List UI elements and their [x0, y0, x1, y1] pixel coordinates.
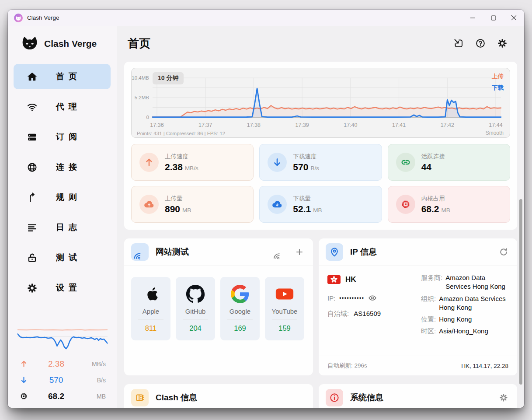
help-icon[interactable] [475, 38, 486, 49]
gear-icon [27, 283, 38, 294]
sidebar-download-value: 570 [28, 375, 84, 385]
minimize-button[interactable] [462, 10, 483, 26]
eye-icon[interactable] [368, 294, 377, 302]
sidebar-upload-value: 2.38 [28, 359, 84, 369]
chart-smooth-label[interactable]: Smooth [486, 130, 504, 136]
logs-icon [27, 222, 38, 233]
sidebar-item-label: 首页 [56, 71, 81, 82]
content-scroll-area[interactable]: 17:3617:3717:3817:3917:4017:4117:4217:44… [117, 61, 524, 408]
home-icon [27, 71, 38, 82]
header-actions [453, 38, 508, 49]
window-controls [462, 10, 524, 26]
ip-field-row: 时区: Asia/Hong_Kong [421, 327, 508, 336]
svg-text:10.4MB: 10.4MB [132, 75, 149, 80]
stat-label: 上传量 [165, 195, 191, 203]
svg-text:5.2MB: 5.2MB [135, 95, 150, 100]
cpu-chip-icon [396, 195, 415, 214]
stat-download-total: 下载量 52.1MB [259, 186, 382, 223]
masked-ip: •••••••••• [339, 295, 364, 301]
arrow-up-icon [139, 153, 159, 172]
refresh-icon[interactable] [499, 247, 508, 257]
close-button[interactable] [504, 10, 524, 26]
stat-label: 下载速度 [293, 153, 319, 161]
stat-value: 44 [421, 162, 445, 172]
sidebar-item-label: 设置 [56, 282, 81, 294]
page-title: 首页 [128, 36, 150, 51]
time-range-chip[interactable]: 10 分钟 [153, 72, 184, 84]
system-info-header: 系统信息 [319, 384, 517, 408]
site-tile-google[interactable]: Google 169 [220, 277, 260, 340]
divider [272, 319, 297, 319]
stat-value: 890MB [165, 204, 191, 214]
website-test-actions [275, 247, 304, 257]
titlebar[interactable]: Clash Verge [8, 10, 524, 26]
field-label: 组织: [421, 294, 436, 312]
settings-gear-icon[interactable] [497, 38, 508, 49]
asn-value: AS16509 [354, 310, 381, 317]
stat-label: 下载量 [293, 195, 322, 203]
unlock-icon [27, 252, 38, 263]
stat-value: 68.2MB [421, 204, 450, 214]
sidebar-item-profiles[interactable]: 订阅 [14, 124, 111, 150]
svg-text:17:39: 17:39 [296, 122, 309, 128]
maximize-button[interactable] [483, 10, 504, 26]
svg-text:0: 0 [146, 115, 149, 120]
speedtest-icon [131, 243, 149, 261]
field-label: 服务商: [421, 273, 442, 291]
stat-upload-total: 上传量 890MB [131, 186, 254, 223]
site-tile-youtube[interactable]: YouTube 159 [265, 277, 304, 340]
arrow-down-icon [268, 153, 287, 172]
titlebar-title: Clash Verge [27, 14, 59, 21]
location-pin-icon [326, 243, 343, 261]
sidebar-memory-value: 68.2 [28, 392, 84, 401]
field-value: Amazon Data Services Hong Kong [445, 273, 508, 291]
field-label: 时区: [421, 327, 436, 336]
site-name: Google [220, 308, 260, 315]
hk-flag-icon [327, 275, 341, 284]
traffic-chart-card[interactable]: 17:3617:3717:3817:3917:4017:4117:4217:44… [131, 68, 510, 138]
legend-upload[interactable]: 上传 [492, 71, 504, 82]
scrollbar-thumb[interactable] [519, 199, 522, 385]
sidebar-item-test[interactable]: 测试 [14, 245, 111, 270]
sidebar-item-proxies[interactable]: 代理 [14, 94, 111, 119]
subscriptions-icon [27, 132, 38, 143]
asn-label: 自治域: [327, 310, 349, 317]
arrow-down-icon [19, 375, 28, 385]
sidebar-item-logs[interactable]: 日志 [14, 215, 111, 240]
site-tile-github[interactable]: GitHub 204 [176, 277, 215, 340]
sidebar-item-connections[interactable]: 连接 [14, 154, 111, 180]
sidebar-download-unit: B/s [84, 377, 106, 384]
stat-label: 上传速度 [165, 153, 198, 161]
add-site-icon[interactable] [295, 247, 304, 257]
site-latency: 204 [176, 324, 215, 332]
ip-field-row: 位置: Hong Kong [421, 315, 508, 324]
stat-core-memory: 内核占用 68.2MB [388, 186, 510, 223]
divider [183, 319, 208, 319]
sidebar-item-label: 订阅 [56, 131, 81, 143]
clash-info-header: Clash 信息 [124, 384, 313, 408]
stat-label: 活跃连接 [421, 153, 445, 161]
scrollbar[interactable] [519, 61, 522, 405]
ip-info-header: IP 信息 [319, 238, 517, 266]
sidebar-nav: 首页 代理 订阅 [8, 64, 117, 301]
svg-text:17:36: 17:36 [150, 122, 163, 128]
traffic-overview-panel: 17:3617:3717:3817:3917:4017:4117:4217:44… [124, 62, 517, 230]
ip-field-row: 组织: Amazon Data Services Hong Kong [421, 294, 508, 312]
sidebar-item-home[interactable]: 首页 [14, 64, 111, 89]
test-all-wifi-icon[interactable] [271, 250, 284, 263]
wifi-icon [27, 102, 38, 112]
site-tile-apple[interactable]: Apple 811 [131, 277, 170, 340]
ip-info-footer: 自动刷新: 296s HK, 114.17, 22.28 [319, 356, 517, 375]
svg-text:17:44: 17:44 [489, 122, 502, 128]
site-latency: 811 [131, 324, 170, 332]
field-value: Amazon Data Services Hong Kong [439, 294, 508, 312]
legend-download[interactable]: 下载 [492, 82, 504, 94]
ip-label: IP: [327, 294, 335, 302]
sidebar-item-settings[interactable]: 设置 [14, 275, 111, 301]
sidebar-item-rules[interactable]: 规则 [14, 185, 111, 210]
system-settings-gear-icon[interactable] [499, 393, 508, 402]
sidebar-item-label: 代理 [56, 101, 81, 112]
import-panel-icon[interactable] [453, 38, 464, 49]
info-circle-icon [326, 389, 343, 406]
brand-cat-logo-icon [21, 36, 38, 52]
